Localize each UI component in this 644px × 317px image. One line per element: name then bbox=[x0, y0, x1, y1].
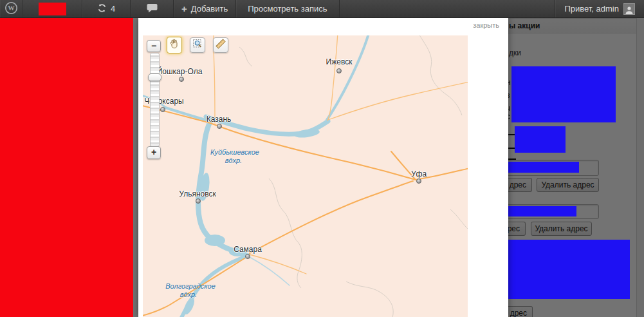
add-new-menu[interactable]: + Добавить bbox=[174, 0, 236, 17]
yandex-map[interactable]: Йошкар-Ола Чебоксары Казань Ижевск Уфа У… bbox=[143, 35, 468, 317]
magnifier-zoom-tool-button[interactable] bbox=[190, 37, 205, 53]
city-label: Казань bbox=[207, 115, 232, 124]
zoom-slider-handle[interactable] bbox=[148, 73, 161, 81]
city-marker bbox=[336, 68, 342, 73]
ruler-tool-button[interactable] bbox=[213, 37, 228, 53]
map-modal: закрыть bbox=[138, 18, 508, 317]
zoom-out-button[interactable]: − bbox=[147, 40, 161, 52]
city-label: Ульяновск bbox=[179, 189, 216, 198]
city-label: Самара bbox=[234, 245, 262, 254]
updates-icon bbox=[97, 3, 107, 15]
wordpress-logo-icon: W bbox=[5, 1, 18, 17]
zoom-slider-track[interactable] bbox=[150, 53, 160, 147]
city-label: Ижевск bbox=[326, 57, 353, 66]
water-label: Волгоградское bbox=[165, 282, 216, 290]
city-marker bbox=[196, 198, 201, 204]
comments-menu[interactable] bbox=[131, 0, 174, 17]
city-label: Уфа bbox=[411, 169, 427, 178]
updates-menu[interactable]: 4 bbox=[82, 0, 131, 17]
city-marker bbox=[217, 124, 222, 129]
admin-bar: W 4 + bbox=[0, 0, 644, 18]
add-new-label: Добавить bbox=[191, 4, 228, 14]
zoom-out-glyph: − bbox=[151, 41, 156, 51]
modal-close-link[interactable]: закрыть bbox=[473, 21, 499, 29]
ruler-icon bbox=[215, 38, 226, 52]
view-post-menu[interactable]: Просмотреть запись bbox=[236, 0, 339, 17]
city-marker bbox=[245, 254, 250, 259]
water-label: Куйбышевское bbox=[210, 148, 259, 156]
avatar bbox=[623, 3, 635, 15]
pan-tool-button[interactable] bbox=[167, 37, 182, 53]
water-label: вдхр. bbox=[225, 157, 242, 164]
city-marker bbox=[160, 107, 165, 112]
hand-icon bbox=[169, 39, 179, 52]
water-label: вдхр. bbox=[180, 291, 197, 298]
magnifier-icon bbox=[192, 39, 203, 52]
redacted-input-value bbox=[508, 206, 576, 216]
city-marker bbox=[416, 178, 421, 184]
wp-logo-menu[interactable]: W bbox=[0, 0, 23, 17]
page: W 4 + bbox=[0, 0, 644, 317]
zoom-in-glyph: + bbox=[151, 147, 156, 157]
redacted-sidebar bbox=[0, 18, 133, 317]
city-label: Йошкар-Ола bbox=[157, 67, 203, 76]
redacted-block bbox=[515, 126, 566, 153]
comment-bubble-icon bbox=[147, 3, 158, 15]
redacted-block bbox=[511, 66, 616, 122]
plus-icon: + bbox=[181, 3, 187, 14]
site-name-menu[interactable] bbox=[23, 0, 82, 17]
zoom-in-button[interactable]: + bbox=[147, 146, 161, 159]
redacted-block bbox=[508, 240, 630, 299]
updates-count: 4 bbox=[111, 4, 115, 14]
admin-bar-spacer bbox=[340, 0, 555, 17]
my-account-menu[interactable]: Привет, admin bbox=[555, 0, 644, 17]
redacted-input-value bbox=[508, 162, 579, 173]
redacted-site-name bbox=[39, 3, 66, 15]
svg-text:W: W bbox=[8, 5, 15, 12]
city-marker bbox=[179, 77, 184, 82]
view-post-label: Просмотреть запись bbox=[248, 4, 327, 14]
greeting-text: Привет, admin bbox=[564, 4, 619, 14]
